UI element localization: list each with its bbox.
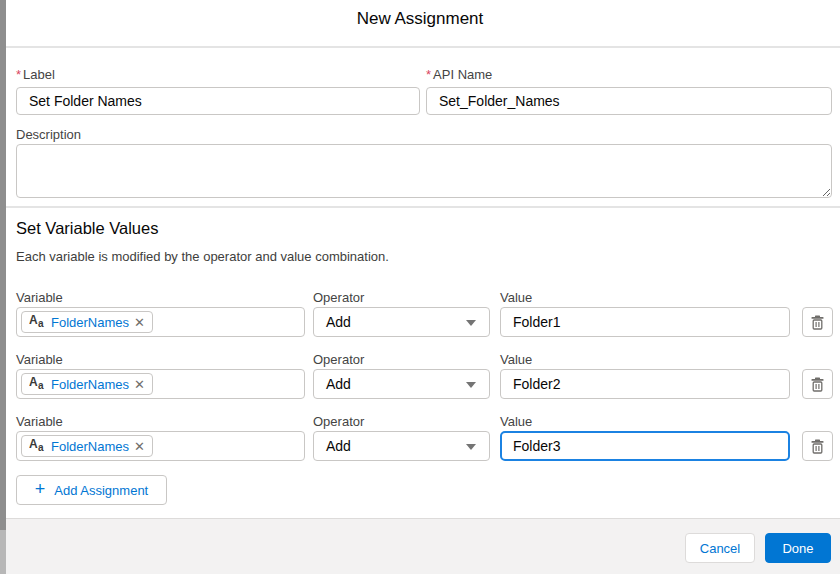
api-name-field-label: *API Name bbox=[426, 67, 492, 82]
operator-column-label: Operator bbox=[313, 352, 364, 367]
value-column-label: Value bbox=[500, 414, 532, 429]
operator-column-label: Operator bbox=[313, 414, 364, 429]
variable-pill[interactable]: Aa FolderNames ✕ bbox=[21, 435, 153, 457]
variable-input[interactable]: Aa FolderNames ✕ bbox=[16, 369, 305, 399]
modal-footer: Cancel Done bbox=[0, 518, 840, 574]
operator-selected-value: Add bbox=[326, 438, 351, 454]
text-type-icon: Aa bbox=[29, 313, 46, 331]
value-input-focused[interactable] bbox=[500, 431, 790, 461]
cancel-button[interactable]: Cancel bbox=[685, 533, 755, 563]
section-subheading: Each variable is modified by the operato… bbox=[16, 249, 389, 264]
svg-text:a: a bbox=[38, 318, 44, 327]
remove-pill-icon[interactable]: ✕ bbox=[134, 440, 145, 453]
value-input[interactable] bbox=[500, 369, 790, 399]
variable-input[interactable]: Aa FolderNames ✕ bbox=[16, 431, 305, 461]
canvas-backdrop-strip-lower bbox=[0, 530, 6, 574]
variable-input[interactable]: Aa FolderNames ✕ bbox=[16, 307, 305, 337]
label-input[interactable] bbox=[16, 87, 420, 115]
variable-pill-label: FolderNames bbox=[51, 377, 129, 392]
remove-pill-icon[interactable]: ✕ bbox=[134, 378, 145, 391]
variable-pill[interactable]: Aa FolderNames ✕ bbox=[21, 311, 153, 333]
required-asterisk: * bbox=[426, 67, 431, 82]
chevron-down-icon bbox=[466, 320, 476, 326]
remove-pill-icon[interactable]: ✕ bbox=[134, 316, 145, 329]
operator-select[interactable]: Add bbox=[313, 369, 490, 399]
operator-column-label: Operator bbox=[313, 290, 364, 305]
done-button[interactable]: Done bbox=[765, 533, 831, 563]
svg-text:A: A bbox=[29, 313, 38, 327]
section-heading: Set Variable Values bbox=[16, 219, 158, 238]
add-assignment-label: Add Assignment bbox=[54, 483, 148, 498]
value-column-label: Value bbox=[500, 290, 532, 305]
variable-pill[interactable]: Aa FolderNames ✕ bbox=[21, 373, 153, 395]
variable-pill-label: FolderNames bbox=[51, 315, 129, 330]
value-column-label: Value bbox=[500, 352, 532, 367]
variable-column-label: Variable bbox=[16, 352, 63, 367]
plus-icon: + bbox=[35, 479, 46, 500]
operator-select[interactable]: Add bbox=[313, 307, 490, 337]
description-textarea[interactable] bbox=[16, 144, 832, 198]
variable-column-label: Variable bbox=[16, 414, 63, 429]
variable-pill-label: FolderNames bbox=[51, 439, 129, 454]
trash-icon bbox=[811, 315, 824, 330]
svg-text:a: a bbox=[38, 442, 44, 451]
description-field-label: Description bbox=[16, 127, 81, 142]
label-field-label: *Label bbox=[16, 67, 55, 82]
text-type-icon: Aa bbox=[29, 375, 46, 393]
canvas-backdrop-strip bbox=[0, 0, 6, 530]
trash-icon bbox=[811, 439, 824, 454]
variable-column-label: Variable bbox=[16, 290, 63, 305]
value-input[interactable] bbox=[500, 307, 790, 337]
modal-title: New Assignment bbox=[0, 9, 840, 29]
chevron-down-icon bbox=[466, 382, 476, 388]
required-asterisk: * bbox=[16, 67, 21, 82]
svg-text:A: A bbox=[29, 375, 38, 389]
delete-row-button[interactable] bbox=[802, 431, 833, 461]
add-assignment-button[interactable]: + Add Assignment bbox=[16, 475, 167, 505]
trash-icon bbox=[811, 377, 824, 392]
api-name-input[interactable] bbox=[426, 87, 832, 115]
svg-text:A: A bbox=[29, 437, 38, 451]
svg-text:a: a bbox=[38, 380, 44, 389]
delete-row-button[interactable] bbox=[802, 369, 833, 399]
operator-select[interactable]: Add bbox=[313, 431, 490, 461]
operator-selected-value: Add bbox=[326, 314, 351, 330]
header-divider bbox=[6, 46, 840, 48]
chevron-down-icon bbox=[466, 444, 476, 450]
text-type-icon: Aa bbox=[29, 437, 46, 455]
section-divider bbox=[6, 206, 840, 208]
operator-selected-value: Add bbox=[326, 376, 351, 392]
delete-row-button[interactable] bbox=[802, 307, 833, 337]
